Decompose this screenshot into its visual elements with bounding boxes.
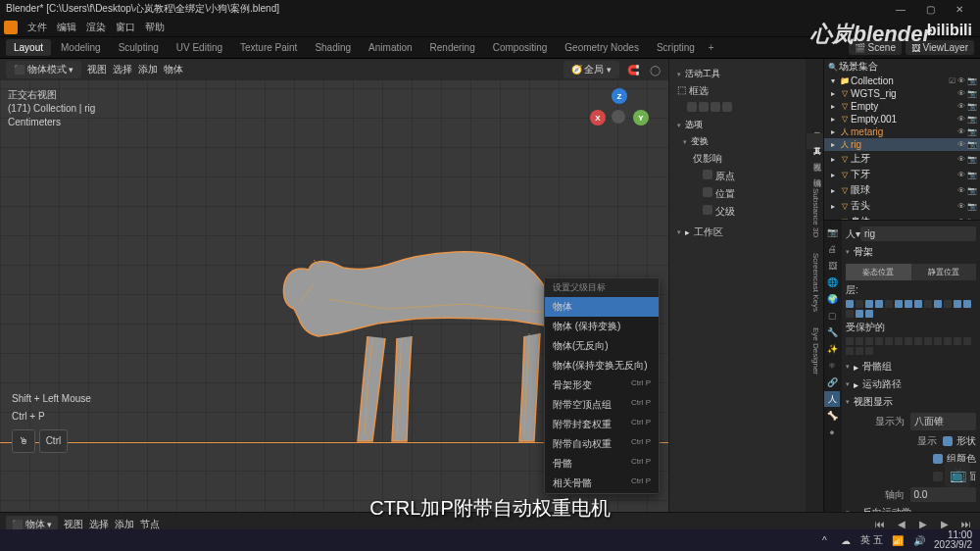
- pt-render[interactable]: 📷: [824, 225, 840, 240]
- ctx-object-noinv[interactable]: 物体(无反向): [545, 336, 659, 356]
- tab-layout[interactable]: Layout: [6, 39, 51, 56]
- pt-mat[interactable]: ●: [824, 425, 840, 440]
- outliner-item-下牙[interactable]: ▸▽下牙👁 📷: [824, 167, 980, 182]
- sec-ik[interactable]: ▸ 反向运动学: [846, 504, 976, 512]
- outliner-item-上牙[interactable]: ▸▽上牙👁 📷: [824, 151, 980, 167]
- bone-layers[interactable]: [846, 300, 976, 318]
- axis-z[interactable]: Z: [612, 88, 627, 104]
- vtab-screencast[interactable]: Screencast Keys: [808, 245, 822, 320]
- pt-bone[interactable]: 🦴: [824, 408, 840, 424]
- obj-name[interactable]: rig: [860, 226, 976, 241]
- global-dd[interactable]: 🧭 全局 ▾: [564, 61, 619, 78]
- pt-output[interactable]: 🖨: [824, 241, 840, 257]
- min-button[interactable]: —: [886, 4, 915, 15]
- tab-modeling[interactable]: Modeling: [53, 39, 109, 56]
- pt-mod[interactable]: 🔧: [824, 325, 840, 340]
- tab-comp[interactable]: Compositing: [485, 39, 556, 56]
- hdr-object[interactable]: 物体: [164, 63, 183, 76]
- outliner-item-WGTS_rig[interactable]: ▸▽WGTS_rig👁 📷: [824, 87, 980, 100]
- pt-fx[interactable]: ✨: [824, 341, 840, 357]
- sec-skel[interactable]: 骨架: [846, 243, 976, 261]
- outliner-item-身体[interactable]: ▸▽身体👁 📷: [824, 214, 980, 221]
- tb-date[interactable]: 2023/9/2: [934, 540, 972, 550]
- sec-bonegrp[interactable]: ▸ 骨骼组: [846, 358, 976, 376]
- pt-obj[interactable]: ▢: [824, 308, 840, 324]
- axis-center[interactable]: [612, 110, 625, 124]
- outliner-item-舌头[interactable]: ▸▽舌头👁 📷: [824, 198, 980, 214]
- close-button[interactable]: ✕: [945, 4, 974, 15]
- hdr-select[interactable]: 选择: [113, 63, 132, 76]
- tab-anim[interactable]: Animation: [361, 39, 419, 56]
- pt-view[interactable]: 🖼: [824, 258, 840, 274]
- protected-layers[interactable]: [846, 337, 976, 355]
- ctx-empty-groups[interactable]: 附带空顶点组Ctrl P: [545, 395, 659, 415]
- axis-y[interactable]: Y: [633, 110, 649, 125]
- pt-constraint[interactable]: 🔗: [824, 375, 840, 390]
- hdr-add[interactable]: 添加: [138, 63, 158, 76]
- vtab-item[interactable]: 条目: [807, 118, 823, 133]
- cb-groupcol[interactable]: [933, 454, 943, 464]
- ctx-auto-weights[interactable]: 附带自动权重Ctrl P: [545, 434, 659, 454]
- npanel-tool[interactable]: 活动工具: [673, 66, 802, 82]
- cb-front[interactable]: [933, 472, 943, 481]
- ctx-object-keep-noinv[interactable]: 物体(保持变换无反向): [545, 356, 659, 376]
- viewport-3d[interactable]: ⬛ 物体模式 ▾ 视图 选择 添加 物体 🧭 全局 ▾ 🧲 ◯ 正交右视图 (1…: [0, 59, 668, 512]
- pt-armature[interactable]: 人: [824, 391, 840, 407]
- tb-onedrive-icon[interactable]: ☁: [839, 533, 853, 547]
- menu-render[interactable]: 渲染: [86, 21, 106, 34]
- npanel-workspace[interactable]: ▸ 工作区: [673, 224, 802, 241]
- tab-add[interactable]: +: [705, 42, 718, 53]
- ctx-object-keep[interactable]: 物体 (保持变换): [545, 317, 659, 336]
- tb-up-icon[interactable]: ^: [817, 533, 831, 547]
- vtab-eye[interactable]: Eye Designer: [808, 320, 822, 382]
- tb-ime[interactable]: 英 五: [860, 533, 883, 547]
- npanel-options[interactable]: 选项: [673, 117, 802, 133]
- pose-tab[interactable]: 姿态位置: [846, 264, 911, 280]
- ctx-envelope[interactable]: 附带封套权重Ctrl P: [545, 415, 659, 434]
- vtab-tool[interactable]: 工具: [807, 133, 823, 149]
- tb-sound-icon[interactable]: 🔊: [912, 533, 926, 547]
- ctx-armature[interactable]: 骨架形变Ctrl P: [545, 376, 659, 395]
- display-as[interactable]: 八面锥: [910, 413, 977, 430]
- menu-help[interactable]: 帮助: [145, 21, 165, 34]
- axis-x[interactable]: X: [590, 110, 606, 125]
- outliner-search[interactable]: 🔍场景集合: [824, 59, 980, 75]
- tab-rendering[interactable]: Rendering: [422, 39, 483, 56]
- vtab-view[interactable]: 视图: [807, 149, 823, 165]
- vtab-sub3d[interactable]: Substance 3D: [808, 180, 822, 245]
- axis-val[interactable]: 0.0: [910, 487, 977, 502]
- outliner-item-rig[interactable]: ▸人rig👁 📷: [824, 138, 980, 151]
- nav-gizmo[interactable]: Z X Y: [590, 88, 649, 147]
- tab-texpaint[interactable]: Texture Paint: [232, 39, 305, 56]
- ctx-bone[interactable]: 骨骼Ctrl P: [545, 454, 659, 474]
- cb-shape[interactable]: [943, 436, 953, 446]
- outliner-root[interactable]: ▾📁Collection☑ 👁 📷: [824, 75, 980, 87]
- proportional-icon[interactable]: ◯: [647, 62, 662, 77]
- pt-phys[interactable]: ⚛: [824, 358, 840, 374]
- tb-wifi-icon[interactable]: 📶: [891, 533, 905, 547]
- pt-scene[interactable]: 🌐: [824, 275, 840, 290]
- ctx-object[interactable]: 物体: [545, 297, 659, 317]
- menu-window[interactable]: 窗口: [116, 21, 135, 34]
- tab-sculpting[interactable]: Sculpting: [111, 39, 167, 56]
- mode-dd[interactable]: ⬛ 物体模式 ▾: [6, 61, 81, 78]
- outliner-item-眼球[interactable]: ▸▽眼球👁 📷: [824, 182, 980, 198]
- bilibili-tv-icon[interactable]: 📺: [945, 462, 970, 487]
- hdr-view[interactable]: 视图: [87, 63, 107, 76]
- tab-shading[interactable]: Shading: [307, 39, 359, 56]
- box-icon[interactable]: [687, 102, 697, 112]
- pt-world[interactable]: 🌍: [824, 291, 840, 307]
- snap-icon[interactable]: 🧲: [625, 62, 641, 77]
- tab-script[interactable]: Scripting: [649, 39, 703, 56]
- tab-uv[interactable]: UV Editing: [169, 39, 230, 56]
- menu-file[interactable]: 文件: [27, 21, 47, 34]
- outliner-item-metarig[interactable]: ▸人metarig👁 📷: [824, 125, 980, 138]
- max-button[interactable]: ▢: [915, 4, 945, 15]
- sec-vpdisp[interactable]: 视图显示: [846, 393, 976, 411]
- outliner-item-Empty.001[interactable]: ▸▽Empty.001👁 📷: [824, 113, 980, 125]
- rest-tab[interactable]: 静置位置: [911, 264, 977, 280]
- outliner-item-Empty[interactable]: ▸▽Empty👁 📷: [824, 100, 980, 113]
- tab-geo[interactable]: Geometry Nodes: [557, 39, 647, 56]
- vtab-edit[interactable]: 编辑: [807, 165, 823, 180]
- menu-edit[interactable]: 编辑: [57, 21, 76, 34]
